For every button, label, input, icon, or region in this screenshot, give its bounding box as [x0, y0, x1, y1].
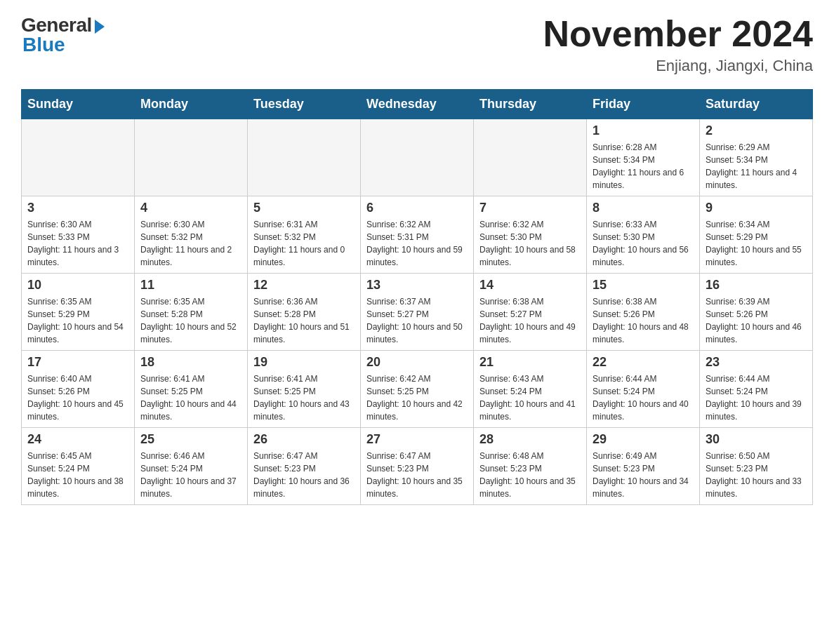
calendar-cell: 24Sunrise: 6:45 AM Sunset: 5:24 PM Dayli… [22, 428, 135, 505]
calendar-cell [474, 119, 587, 196]
day-info: Sunrise: 6:49 AM Sunset: 5:23 PM Dayligh… [593, 450, 694, 500]
calendar-cell: 25Sunrise: 6:46 AM Sunset: 5:24 PM Dayli… [135, 428, 248, 505]
calendar-cell: 7Sunrise: 6:32 AM Sunset: 5:30 PM Daylig… [474, 196, 587, 274]
weekday-header-sunday: Sunday [22, 90, 135, 119]
day-number: 1 [593, 123, 694, 138]
day-number: 17 [27, 355, 128, 370]
calendar-cell [361, 119, 474, 196]
day-info: Sunrise: 6:46 AM Sunset: 5:24 PM Dayligh… [140, 450, 241, 500]
day-info: Sunrise: 6:30 AM Sunset: 5:33 PM Dayligh… [27, 218, 128, 269]
weekday-header-friday: Friday [587, 90, 700, 119]
calendar-cell: 19Sunrise: 6:41 AM Sunset: 5:25 PM Dayli… [248, 351, 361, 428]
calendar-table: SundayMondayTuesdayWednesdayThursdayFrid… [21, 89, 813, 505]
day-number: 30 [706, 432, 807, 447]
calendar-cell: 6Sunrise: 6:32 AM Sunset: 5:31 PM Daylig… [361, 196, 474, 274]
calendar-cell: 29Sunrise: 6:49 AM Sunset: 5:23 PM Dayli… [587, 428, 700, 505]
day-info: Sunrise: 6:47 AM Sunset: 5:23 PM Dayligh… [366, 450, 468, 500]
calendar-cell: 11Sunrise: 6:35 AM Sunset: 5:28 PM Dayli… [135, 274, 248, 351]
day-info: Sunrise: 6:28 AM Sunset: 5:34 PM Dayligh… [593, 141, 694, 192]
day-number: 2 [706, 123, 807, 138]
calendar-subtitle: Enjiang, Jiangxi, China [543, 57, 813, 75]
day-info: Sunrise: 6:50 AM Sunset: 5:23 PM Dayligh… [706, 450, 807, 500]
calendar-cell: 10Sunrise: 6:35 AM Sunset: 5:29 PM Dayli… [22, 274, 135, 351]
day-info: Sunrise: 6:35 AM Sunset: 5:29 PM Dayligh… [27, 295, 128, 346]
day-number: 23 [706, 355, 807, 370]
day-number: 22 [593, 355, 694, 370]
calendar-cell: 2Sunrise: 6:29 AM Sunset: 5:34 PM Daylig… [700, 119, 813, 196]
day-info: Sunrise: 6:44 AM Sunset: 5:24 PM Dayligh… [593, 373, 694, 423]
calendar-cell: 18Sunrise: 6:41 AM Sunset: 5:25 PM Dayli… [135, 351, 248, 428]
day-number: 18 [140, 355, 241, 370]
calendar-cell: 23Sunrise: 6:44 AM Sunset: 5:24 PM Dayli… [700, 351, 813, 428]
day-number: 7 [479, 201, 581, 215]
calendar-cell: 21Sunrise: 6:43 AM Sunset: 5:24 PM Dayli… [474, 351, 587, 428]
day-number: 29 [593, 432, 694, 447]
calendar-week-4: 17Sunrise: 6:40 AM Sunset: 5:26 PM Dayli… [22, 351, 813, 428]
day-number: 26 [253, 432, 355, 447]
day-number: 28 [479, 432, 581, 447]
day-info: Sunrise: 6:40 AM Sunset: 5:26 PM Dayligh… [27, 373, 128, 423]
calendar-cell: 4Sunrise: 6:30 AM Sunset: 5:32 PM Daylig… [135, 196, 248, 274]
calendar-cell: 5Sunrise: 6:31 AM Sunset: 5:32 PM Daylig… [248, 196, 361, 274]
day-number: 9 [706, 201, 807, 215]
day-info: Sunrise: 6:29 AM Sunset: 5:34 PM Dayligh… [706, 141, 807, 192]
day-number: 16 [706, 278, 807, 293]
day-info: Sunrise: 6:33 AM Sunset: 5:30 PM Dayligh… [593, 218, 694, 269]
day-number: 19 [253, 355, 355, 370]
day-info: Sunrise: 6:43 AM Sunset: 5:24 PM Dayligh… [479, 373, 581, 423]
calendar-cell [135, 119, 248, 196]
calendar-cell: 14Sunrise: 6:38 AM Sunset: 5:27 PM Dayli… [474, 274, 587, 351]
day-info: Sunrise: 6:37 AM Sunset: 5:27 PM Dayligh… [366, 295, 468, 346]
day-info: Sunrise: 6:38 AM Sunset: 5:27 PM Dayligh… [479, 295, 581, 346]
day-number: 4 [140, 201, 241, 215]
calendar-cell: 20Sunrise: 6:42 AM Sunset: 5:25 PM Dayli… [361, 351, 474, 428]
day-info: Sunrise: 6:32 AM Sunset: 5:31 PM Dayligh… [366, 218, 468, 269]
day-info: Sunrise: 6:38 AM Sunset: 5:26 PM Dayligh… [593, 295, 694, 346]
weekday-header-wednesday: Wednesday [361, 90, 474, 119]
day-info: Sunrise: 6:31 AM Sunset: 5:32 PM Dayligh… [253, 218, 355, 269]
calendar-cell: 9Sunrise: 6:34 AM Sunset: 5:29 PM Daylig… [700, 196, 813, 274]
day-number: 13 [366, 278, 468, 293]
day-info: Sunrise: 6:35 AM Sunset: 5:28 PM Dayligh… [140, 295, 241, 346]
day-info: Sunrise: 6:44 AM Sunset: 5:24 PM Dayligh… [706, 373, 807, 423]
day-number: 14 [479, 278, 581, 293]
day-number: 25 [140, 432, 241, 447]
calendar-cell: 22Sunrise: 6:44 AM Sunset: 5:24 PM Dayli… [587, 351, 700, 428]
day-info: Sunrise: 6:41 AM Sunset: 5:25 PM Dayligh… [253, 373, 355, 423]
header: General Blue November 2024 Enjiang, Jian… [21, 14, 813, 75]
calendar-cell: 17Sunrise: 6:40 AM Sunset: 5:26 PM Dayli… [22, 351, 135, 428]
calendar-week-3: 10Sunrise: 6:35 AM Sunset: 5:29 PM Dayli… [22, 274, 813, 351]
day-info: Sunrise: 6:47 AM Sunset: 5:23 PM Dayligh… [253, 450, 355, 500]
day-info: Sunrise: 6:36 AM Sunset: 5:28 PM Dayligh… [253, 295, 355, 346]
day-info: Sunrise: 6:34 AM Sunset: 5:29 PM Dayligh… [706, 218, 807, 269]
day-number: 12 [253, 278, 355, 293]
day-info: Sunrise: 6:45 AM Sunset: 5:24 PM Dayligh… [27, 450, 128, 500]
logo-arrow-icon [95, 20, 105, 34]
day-number: 10 [27, 278, 128, 293]
day-info: Sunrise: 6:30 AM Sunset: 5:32 PM Dayligh… [140, 218, 241, 269]
day-number: 6 [366, 201, 468, 215]
day-info: Sunrise: 6:41 AM Sunset: 5:25 PM Dayligh… [140, 373, 241, 423]
day-number: 24 [27, 432, 128, 447]
weekday-header-monday: Monday [135, 90, 248, 119]
calendar-cell: 15Sunrise: 6:38 AM Sunset: 5:26 PM Dayli… [587, 274, 700, 351]
day-info: Sunrise: 6:32 AM Sunset: 5:30 PM Dayligh… [479, 218, 581, 269]
calendar-week-1: 1Sunrise: 6:28 AM Sunset: 5:34 PM Daylig… [22, 119, 813, 196]
day-info: Sunrise: 6:48 AM Sunset: 5:23 PM Dayligh… [479, 450, 581, 500]
calendar-cell: 3Sunrise: 6:30 AM Sunset: 5:33 PM Daylig… [22, 196, 135, 274]
day-info: Sunrise: 6:39 AM Sunset: 5:26 PM Dayligh… [706, 295, 807, 346]
weekday-header-thursday: Thursday [474, 90, 587, 119]
calendar-cell: 12Sunrise: 6:36 AM Sunset: 5:28 PM Dayli… [248, 274, 361, 351]
day-number: 11 [140, 278, 241, 293]
calendar-cell [22, 119, 135, 196]
calendar-cell: 27Sunrise: 6:47 AM Sunset: 5:23 PM Dayli… [361, 428, 474, 505]
calendar-cell: 13Sunrise: 6:37 AM Sunset: 5:27 PM Dayli… [361, 274, 474, 351]
calendar-cell: 26Sunrise: 6:47 AM Sunset: 5:23 PM Dayli… [248, 428, 361, 505]
calendar-cell: 1Sunrise: 6:28 AM Sunset: 5:34 PM Daylig… [587, 119, 700, 196]
title-area: November 2024 Enjiang, Jiangxi, China [543, 14, 813, 75]
day-number: 3 [27, 201, 128, 215]
calendar-cell: 30Sunrise: 6:50 AM Sunset: 5:23 PM Dayli… [700, 428, 813, 505]
day-number: 8 [593, 201, 694, 215]
calendar-title: November 2024 [543, 14, 813, 54]
day-info: Sunrise: 6:42 AM Sunset: 5:25 PM Dayligh… [366, 373, 468, 423]
